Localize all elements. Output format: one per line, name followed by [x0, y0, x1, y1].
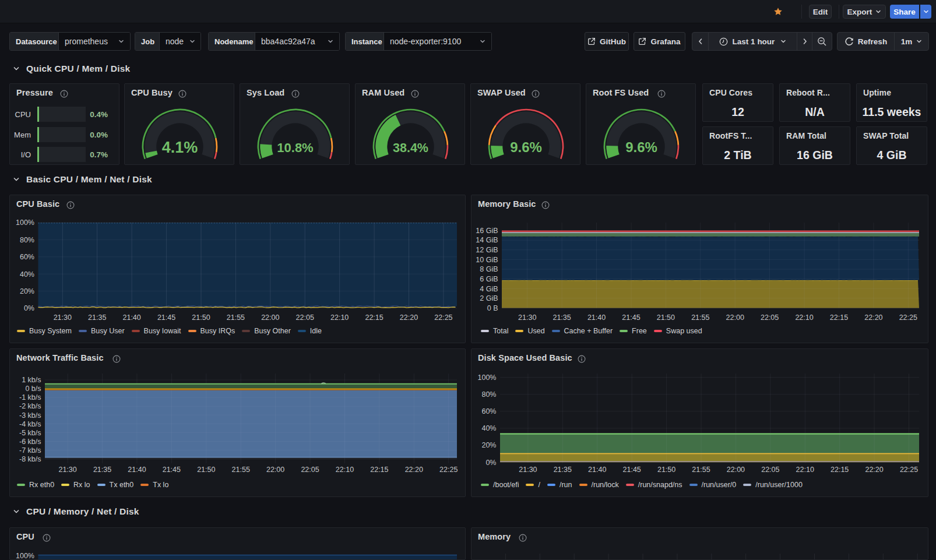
svg-text:21:45: 21:45: [622, 314, 640, 322]
svg-text:40%: 40%: [20, 270, 34, 279]
svg-text:22:25: 22:25: [900, 466, 918, 474]
svg-text:22:10: 22:10: [336, 466, 354, 474]
svg-text:4 GiB: 4 GiB: [480, 285, 498, 293]
svg-text:100%: 100%: [16, 552, 34, 560]
svg-text:6 GiB: 6 GiB: [480, 275, 498, 283]
svg-text:21:40: 21:40: [122, 314, 140, 322]
svg-text:21:55: 21:55: [232, 466, 250, 474]
svg-text:1 kb/s: 1 kb/s: [22, 376, 41, 384]
svg-text:21:50: 21:50: [657, 466, 675, 474]
svg-text:0 B: 0 B: [487, 304, 498, 312]
svg-text:60%: 60%: [481, 407, 496, 415]
svg-text:14 GiB: 14 GiB: [476, 236, 498, 244]
svg-text:-7 kb/s: -7 kb/s: [19, 446, 41, 455]
svg-text:0%: 0%: [24, 304, 34, 312]
svg-text:22:20: 22:20: [865, 466, 883, 474]
svg-text:21:30: 21:30: [518, 314, 536, 322]
svg-text:21:45: 21:45: [163, 466, 181, 474]
svg-text:2 GiB: 2 GiB: [480, 294, 498, 302]
svg-text:22:00: 22:00: [727, 466, 745, 474]
svg-text:21:45: 21:45: [623, 466, 641, 474]
svg-text:-1 kb/s: -1 kb/s: [19, 393, 41, 401]
svg-text:100%: 100%: [16, 219, 34, 227]
svg-text:22:10: 22:10: [795, 314, 813, 322]
svg-text:22:20: 22:20: [405, 466, 423, 474]
svg-text:0%: 0%: [485, 459, 496, 467]
svg-text:0 b/s: 0 b/s: [25, 385, 41, 393]
svg-text:21:35: 21:35: [88, 314, 106, 322]
svg-text:21:40: 21:40: [128, 466, 146, 474]
svg-text:22:20: 22:20: [864, 314, 882, 322]
svg-text:21:55: 21:55: [691, 314, 709, 322]
svg-text:20%: 20%: [20, 287, 34, 295]
svg-text:-2 kb/s: -2 kb/s: [19, 402, 41, 410]
svg-text:38.4%: 38.4%: [393, 141, 428, 155]
svg-text:80%: 80%: [481, 390, 496, 399]
svg-text:40%: 40%: [481, 424, 496, 432]
svg-text:22:25: 22:25: [899, 314, 917, 322]
svg-text:-8 kb/s: -8 kb/s: [19, 455, 41, 463]
svg-text:21:35: 21:35: [554, 466, 572, 474]
svg-text:100%: 100%: [478, 374, 497, 382]
svg-text:21:35: 21:35: [553, 314, 571, 322]
svg-text:22:10: 22:10: [330, 314, 349, 322]
svg-text:21:40: 21:40: [588, 466, 606, 474]
svg-text:21:40: 21:40: [587, 314, 606, 322]
svg-text:22:05: 22:05: [301, 466, 319, 474]
svg-text:21:30: 21:30: [54, 314, 72, 322]
svg-text:22:25: 22:25: [439, 466, 458, 474]
svg-text:22:05: 22:05: [761, 314, 779, 322]
svg-text:21:55: 21:55: [227, 314, 245, 322]
svg-text:22:10: 22:10: [796, 466, 814, 474]
svg-text:22:15: 22:15: [370, 466, 388, 474]
svg-text:60%: 60%: [20, 253, 34, 261]
svg-text:21:50: 21:50: [197, 466, 215, 474]
svg-text:22:05: 22:05: [296, 314, 314, 322]
svg-text:-6 kb/s: -6 kb/s: [19, 438, 41, 446]
svg-text:21:55: 21:55: [692, 466, 710, 474]
svg-text:21:30: 21:30: [58, 466, 76, 474]
svg-text:4.1%: 4.1%: [162, 139, 198, 156]
svg-text:9.6%: 9.6%: [510, 139, 542, 155]
svg-text:21:30: 21:30: [519, 466, 537, 474]
svg-text:21:45: 21:45: [157, 314, 175, 322]
svg-text:10.8%: 10.8%: [277, 140, 313, 155]
svg-text:21:50: 21:50: [657, 314, 675, 322]
svg-text:22:15: 22:15: [831, 466, 849, 474]
svg-text:22:00: 22:00: [266, 466, 284, 474]
svg-text:22:15: 22:15: [365, 314, 383, 322]
svg-text:80%: 80%: [20, 236, 34, 244]
svg-text:16 GiB: 16 GiB: [476, 227, 498, 235]
svg-text:22:05: 22:05: [761, 466, 779, 474]
svg-text:-3 kb/s: -3 kb/s: [19, 411, 41, 420]
svg-text:21:35: 21:35: [93, 466, 111, 474]
svg-text:10 GiB: 10 GiB: [476, 256, 498, 264]
svg-text:9.6%: 9.6%: [625, 139, 657, 155]
svg-text:22:20: 22:20: [400, 314, 418, 322]
svg-text:-5 kb/s: -5 kb/s: [19, 429, 41, 437]
svg-text:12 GiB: 12 GiB: [476, 246, 498, 254]
svg-text:20%: 20%: [481, 441, 496, 449]
svg-text:-4 kb/s: -4 kb/s: [19, 420, 41, 428]
svg-text:22:15: 22:15: [830, 314, 848, 322]
svg-text:22:00: 22:00: [726, 314, 744, 322]
svg-text:22:00: 22:00: [261, 314, 279, 322]
svg-text:21:50: 21:50: [192, 314, 210, 322]
svg-text:8 GiB: 8 GiB: [480, 265, 498, 273]
svg-text:22:25: 22:25: [434, 314, 452, 322]
